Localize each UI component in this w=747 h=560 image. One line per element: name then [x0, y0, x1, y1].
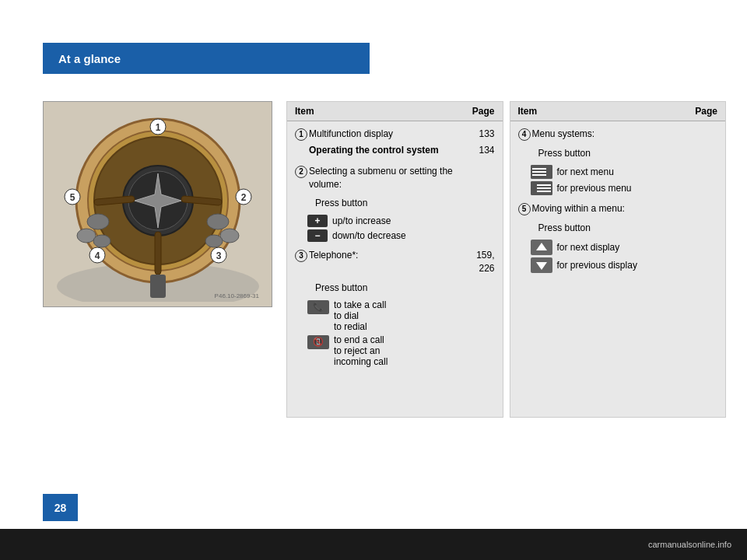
phone-end-label: to end a call to reject an incoming call [334, 334, 388, 367]
display-next-label: for next display [557, 242, 620, 253]
page-title: At a glance [58, 52, 121, 65]
svg-point-22 [77, 229, 96, 243]
table-row: 1 Multifunction display 133 [295, 128, 495, 141]
press-button-label-1: Press button [315, 197, 468, 210]
table-row: Press button [295, 278, 495, 296]
press-button-label-2: Press button [315, 282, 468, 295]
menu-next-icon [531, 165, 552, 179]
icon-row-menu-next: for next menu [524, 165, 718, 179]
icon-row-display-prev: for previous display [524, 257, 718, 273]
plus-icon: + [307, 215, 328, 227]
svg-text:3: 3 [216, 250, 221, 261]
table-row: 4 Menu systems: [518, 128, 718, 141]
icon-row-phone-call: 📞 to take a call to dial to redial [301, 299, 495, 332]
svg-text:5: 5 [69, 192, 75, 203]
table-row: Press button [518, 144, 718, 162]
icon-row-minus: − down/to decrease [301, 229, 495, 242]
table-row: Operating the control system 134 [295, 144, 495, 157]
item-4-text: Menu systems: [532, 128, 691, 141]
svg-point-24 [207, 214, 229, 229]
svg-text:2: 2 [240, 192, 246, 203]
table-row: Press button [518, 219, 718, 236]
watermark: carmanualsonline.info [648, 540, 731, 549]
item-control-system: Operating the control system [309, 144, 468, 157]
icon-row-phone-end: 📵 to end a call to reject an incoming ca… [301, 334, 495, 367]
right-col1-header: Item [518, 106, 538, 117]
svg-text:P46.10-2869-31: P46.10-2869-31 [214, 292, 259, 299]
left-col2-header: Page [472, 106, 495, 117]
icon-row-menu-prev: for previous menu [524, 181, 718, 195]
svg-point-25 [220, 229, 239, 243]
icon-row-plus: + up/to increase [301, 215, 495, 227]
svg-point-26 [205, 235, 223, 247]
left-table-content: 1 Multifunction display 133 Operating th… [287, 121, 503, 417]
tables-container: Item Page 1 Multifunction display 133 Op… [286, 101, 726, 418]
item-control-page: 134 [468, 144, 495, 157]
table-row: Press button [295, 194, 495, 212]
display-prev-label: for previous display [557, 260, 637, 271]
left-table-header: Item Page [287, 102, 503, 121]
press-button-label-4: Press button [538, 222, 691, 235]
phone-end-icon: 📵 [307, 335, 329, 349]
svg-rect-29 [532, 168, 546, 170]
item-1-page: 133 [468, 128, 495, 141]
right-table-content: 4 Menu systems: Press button [510, 121, 726, 417]
right-table-header: Item Page [510, 102, 726, 121]
svg-point-23 [93, 235, 110, 247]
steering-wheel-image: 1 2 3 4 5 P46.10-2869-31 [43, 101, 272, 307]
table-row: 5 Moving within a menu: [518, 202, 718, 215]
svg-rect-10 [150, 275, 166, 298]
page-number: 28 [43, 494, 78, 521]
item-1-text: Multifunction display [309, 128, 393, 139]
item-2-text: Selecting a submenu or setting the volum… [309, 165, 468, 191]
svg-text:4: 4 [94, 250, 100, 261]
up-label: up/to increase [332, 215, 391, 226]
press-button-label-3: Press button [538, 147, 691, 160]
right-col2-header: Page [695, 106, 717, 117]
svg-rect-30 [532, 171, 546, 173]
phone-call-label: to take a call to dial to redial [334, 299, 386, 332]
minus-icon: − [307, 229, 328, 242]
bottom-bar: carmanualsonline.info [0, 529, 747, 560]
svg-text:1: 1 [155, 122, 160, 133]
menu-prev-label: for previous menu [557, 183, 632, 194]
icon-row-display-next: for next display [524, 240, 718, 255]
svg-rect-31 [532, 174, 546, 176]
display-next-icon [531, 240, 552, 255]
svg-rect-33 [537, 184, 551, 186]
right-table: Item Page 4 Menu systems: Press button [510, 101, 727, 418]
item-3-page: 159,226 [468, 249, 495, 275]
svg-rect-34 [537, 187, 551, 189]
menu-next-label: for next menu [557, 166, 614, 177]
left-table: Item Page 1 Multifunction display 133 Op… [286, 101, 503, 418]
item-5-text: Moving within a menu: [532, 202, 691, 215]
phone-call-icon: 📞 [307, 300, 329, 314]
svg-rect-35 [537, 191, 551, 192]
left-col1-header: Item [295, 106, 314, 117]
down-label: down/to decrease [332, 230, 406, 241]
svg-point-21 [87, 214, 109, 229]
menu-prev-icon [531, 181, 552, 195]
item-3-text: Telephone*: [309, 249, 468, 275]
display-prev-icon [531, 257, 552, 273]
svg-rect-9 [155, 232, 161, 275]
table-row: 3 Telephone*: 159,226 [295, 249, 495, 275]
header-bar: At a glance [43, 43, 370, 74]
table-row: 2 Selecting a submenu or setting the vol… [295, 165, 495, 191]
